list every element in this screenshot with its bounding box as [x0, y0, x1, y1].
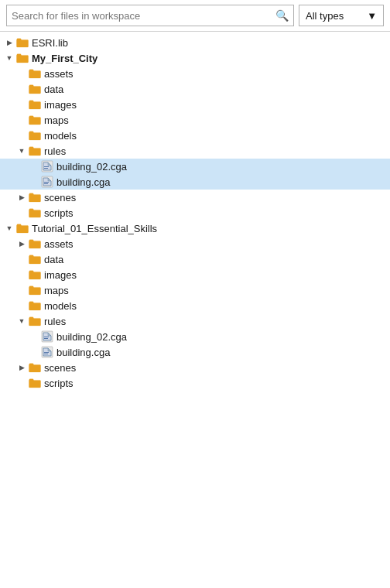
- item-label: models: [44, 300, 77, 312]
- item-label: building_02.cga: [56, 331, 127, 343]
- folder-icon: [28, 114, 42, 126]
- tree-item-t01-assets[interactable]: ▶ assets: [0, 236, 390, 251]
- item-label: images: [44, 99, 77, 111]
- cga-file-icon: [40, 176, 54, 188]
- expander-icon[interactable]: ▶: [15, 361, 28, 374]
- folder-icon: [15, 36, 29, 49]
- item-label: rules: [44, 145, 66, 157]
- svg-rect-3: [44, 166, 49, 167]
- tree-item-mfc-scripts[interactable]: ▶ scripts: [0, 205, 390, 220]
- tree-item-mfc-rules[interactable]: ▼ rules: [0, 143, 390, 159]
- folder-icon: [28, 315, 42, 327]
- tree-item-t01-building02[interactable]: ▶ building_02.cga: [0, 329, 390, 344]
- item-label: building.cga: [56, 347, 110, 358]
- svg-rect-4: [44, 168, 48, 169]
- tree-item-mfc-building[interactable]: ▶ building.cga: [0, 174, 390, 190]
- tree-item-mfc-models[interactable]: ▶ models: [0, 128, 390, 143]
- folder-icon: [28, 67, 42, 80]
- item-label: data: [44, 84, 63, 95]
- tree-item-mfc-assets[interactable]: ▶ assets: [0, 66, 390, 81]
- folder-icon: [28, 284, 42, 296]
- item-label: My_First_City: [32, 53, 98, 64]
- cga-file-icon: [40, 160, 54, 173]
- folder-icon: [28, 207, 42, 219]
- tree-item-mfc-data[interactable]: ▶ data: [0, 81, 390, 97]
- svg-rect-9: [44, 183, 48, 184]
- tree-item-t01-maps[interactable]: ▶ maps: [0, 282, 390, 298]
- workspace-panel: 🔍 All types ▼ ▶ ESRI.lib▼ My_First_City▶…: [0, 0, 390, 394]
- file-tree: ▶ ESRI.lib▼ My_First_City▶ assets▶ data▶…: [0, 32, 390, 394]
- folder-icon: [28, 253, 42, 265]
- cga-file-icon: [40, 346, 54, 358]
- expander-icon[interactable]: ▶: [3, 36, 15, 49]
- svg-rect-14: [44, 338, 48, 339]
- toolbar: 🔍 All types ▼: [0, 0, 390, 32]
- item-label: building.cga: [56, 176, 110, 188]
- folder-icon: [28, 191, 42, 203]
- item-label: building_02.cga: [56, 161, 127, 173]
- item-label: assets: [44, 68, 74, 80]
- item-label: assets: [44, 238, 74, 250]
- item-label: Tutorial_01_Essential_Skills: [32, 223, 157, 234]
- item-label: ESRI.lib: [32, 37, 68, 49]
- type-label: All types: [306, 10, 344, 22]
- item-label: rules: [44, 316, 66, 327]
- tree-item-t01-building[interactable]: ▶ building.cga: [0, 344, 390, 360]
- expander-icon[interactable]: ▼: [3, 52, 15, 64]
- tree-item-mfc-scenes[interactable]: ▶ scenes: [0, 190, 390, 205]
- tree-item-t01-scripts[interactable]: ▶ scripts: [0, 375, 390, 391]
- item-label: scripts: [44, 378, 74, 389]
- item-label: scenes: [44, 362, 76, 374]
- type-dropdown[interactable]: All types ▼: [299, 5, 384, 26]
- search-input[interactable]: [12, 10, 272, 22]
- tree-item-tutorial01[interactable]: ▼ Tutorial_01_Essential_Skills: [0, 220, 390, 236]
- tree-item-mfc-building02[interactable]: ▶ building_02.cga: [0, 159, 390, 174]
- item-label: maps: [44, 285, 69, 296]
- item-label: images: [44, 269, 77, 281]
- expander-icon[interactable]: ▼: [15, 145, 28, 157]
- svg-rect-13: [44, 337, 49, 337]
- folder-icon: [28, 238, 42, 250]
- folder-icon: [28, 361, 42, 374]
- item-label: models: [44, 130, 77, 142]
- cga-file-icon: [40, 330, 54, 343]
- folder-icon: [28, 145, 42, 157]
- expander-icon[interactable]: ▶: [15, 191, 28, 203]
- tree-item-my-first-city[interactable]: ▼ My_First_City: [0, 50, 390, 66]
- tree-item-t01-data[interactable]: ▶ data: [0, 251, 390, 267]
- folder-icon: [15, 52, 29, 64]
- folder-icon: [28, 98, 42, 111]
- folder-icon: [28, 268, 42, 281]
- folder-icon: [28, 377, 42, 389]
- svg-rect-8: [44, 182, 49, 183]
- folder-icon: [28, 83, 42, 95]
- folder-icon: [28, 129, 42, 142]
- svg-rect-19: [44, 354, 48, 354]
- folder-icon: [15, 222, 29, 234]
- expander-icon[interactable]: ▼: [15, 315, 28, 327]
- svg-rect-18: [44, 352, 49, 353]
- item-label: scripts: [44, 207, 74, 219]
- tree-item-t01-rules[interactable]: ▼ rules: [0, 313, 390, 329]
- tree-item-mfc-maps[interactable]: ▶ maps: [0, 112, 390, 128]
- expander-icon[interactable]: ▼: [3, 222, 15, 234]
- tree-item-t01-scenes[interactable]: ▶ scenes: [0, 360, 390, 375]
- tree-item-t01-models[interactable]: ▶ models: [0, 298, 390, 313]
- item-label: maps: [44, 115, 69, 126]
- item-label: scenes: [44, 192, 76, 203]
- tree-item-mfc-images[interactable]: ▶ images: [0, 97, 390, 112]
- tree-item-t01-images[interactable]: ▶ images: [0, 267, 390, 282]
- tree-item-esri-lib[interactable]: ▶ ESRI.lib: [0, 35, 390, 50]
- expander-icon[interactable]: ▶: [15, 238, 28, 250]
- chevron-down-icon: ▼: [367, 10, 377, 22]
- search-box[interactable]: 🔍: [6, 5, 294, 26]
- folder-icon: [28, 299, 42, 312]
- item-label: data: [44, 254, 63, 265]
- search-icon: 🔍: [275, 9, 289, 22]
